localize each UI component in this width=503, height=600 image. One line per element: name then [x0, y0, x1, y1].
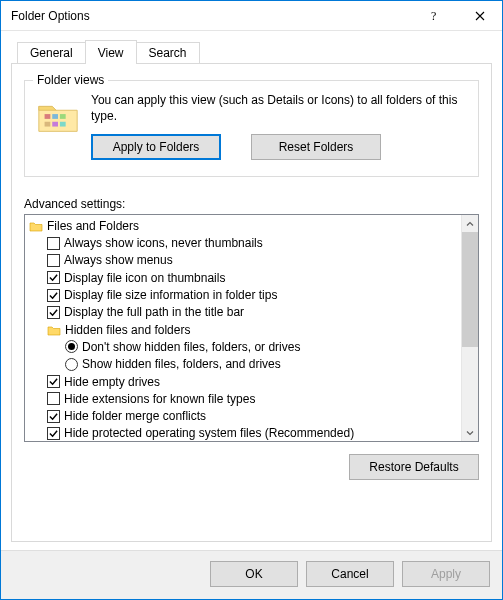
tree-scrollbar[interactable]: [461, 215, 478, 441]
tab-general[interactable]: General: [17, 42, 86, 63]
folder-icon: [47, 323, 61, 337]
checkbox-icon: [47, 392, 60, 405]
svg-rect-3: [60, 114, 66, 119]
svg-rect-6: [60, 122, 66, 127]
cancel-button[interactable]: Cancel: [306, 561, 394, 587]
tree-viewport: Files and Folders Always show icons, nev…: [25, 215, 461, 441]
svg-rect-4: [45, 122, 51, 127]
tree-item-checkbox[interactable]: Hide protected operating system files (R…: [27, 425, 461, 441]
scrollbar-up-button[interactable]: [462, 215, 478, 232]
checkbox-icon: [47, 271, 60, 284]
tree-item-checkbox[interactable]: Always show menus: [27, 252, 461, 269]
tree-item-checkbox[interactable]: Hide extensions for known file types: [27, 390, 461, 407]
content-area: General View Search Folder views: [1, 31, 502, 550]
svg-rect-1: [45, 114, 51, 119]
advanced-settings-tree: Files and Folders Always show icons, nev…: [24, 214, 479, 442]
checkbox-icon: [47, 254, 60, 267]
apply-to-folders-button[interactable]: Apply to Folders: [91, 134, 221, 160]
radio-icon: [65, 340, 78, 353]
checkbox-icon: [47, 375, 60, 388]
tab-strip: General View Search: [17, 39, 492, 63]
tab-search[interactable]: Search: [136, 42, 200, 63]
folder-views-group: Folder views You can apply this view (su…: [24, 80, 479, 177]
tree-item-checkbox[interactable]: Always show icons, never thumbnails: [27, 234, 461, 251]
folder-options-dialog: Folder Options ? General View Search Fol…: [0, 0, 503, 600]
checkbox-icon: [47, 427, 60, 440]
tree-item-checkbox[interactable]: Display the full path in the title bar: [27, 304, 461, 321]
svg-rect-5: [52, 122, 58, 127]
checkbox-icon: [47, 237, 60, 250]
tree-item-checkbox[interactable]: Display file size information in folder …: [27, 286, 461, 303]
tree-item-radio[interactable]: Don't show hidden files, folders, or dri…: [27, 338, 461, 355]
svg-rect-2: [52, 114, 58, 119]
chevron-down-icon: [466, 429, 474, 437]
reset-folders-button[interactable]: Reset Folders: [251, 134, 381, 160]
titlebar: Folder Options ?: [1, 1, 502, 31]
apply-button[interactable]: Apply: [402, 561, 490, 587]
dialog-button-bar: OK Cancel Apply: [1, 550, 502, 599]
folder-icon: [29, 219, 43, 233]
tree-item-radio[interactable]: Show hidden files, folders, and drives: [27, 356, 461, 373]
close-button[interactable]: [457, 1, 502, 30]
folder-views-icon: [35, 93, 81, 139]
tree-group-label: Files and Folders: [47, 219, 139, 233]
radio-icon: [65, 358, 78, 371]
help-icon: ?: [430, 10, 440, 22]
scrollbar-down-button[interactable]: [462, 424, 478, 441]
tab-view[interactable]: View: [85, 40, 137, 64]
chevron-up-icon: [466, 220, 474, 228]
help-button[interactable]: ?: [412, 1, 457, 30]
checkbox-icon: [47, 289, 60, 302]
window-title: Folder Options: [11, 9, 412, 23]
scrollbar-thumb[interactable]: [462, 232, 478, 347]
tree-group-hidden-files[interactable]: Hidden files and folders: [27, 321, 461, 338]
tree-item-checkbox[interactable]: Display file icon on thumbnails: [27, 269, 461, 286]
svg-text:?: ?: [431, 10, 436, 22]
advanced-settings-label: Advanced settings:: [24, 197, 479, 211]
close-icon: [475, 11, 485, 21]
tree-item-checkbox[interactable]: Hide empty drives: [27, 373, 461, 390]
folder-views-title: Folder views: [33, 73, 108, 87]
tab-panel-view: Folder views You can apply this view (su…: [11, 63, 492, 542]
checkbox-icon: [47, 306, 60, 319]
checkbox-icon: [47, 410, 60, 423]
tree-group-files-folders[interactable]: Files and Folders: [27, 217, 461, 234]
restore-defaults-button[interactable]: Restore Defaults: [349, 454, 479, 480]
tree-item-checkbox[interactable]: Hide folder merge conflicts: [27, 407, 461, 424]
tree-group-label: Hidden files and folders: [65, 323, 190, 337]
ok-button[interactable]: OK: [210, 561, 298, 587]
folder-views-description: You can apply this view (such as Details…: [91, 93, 468, 124]
